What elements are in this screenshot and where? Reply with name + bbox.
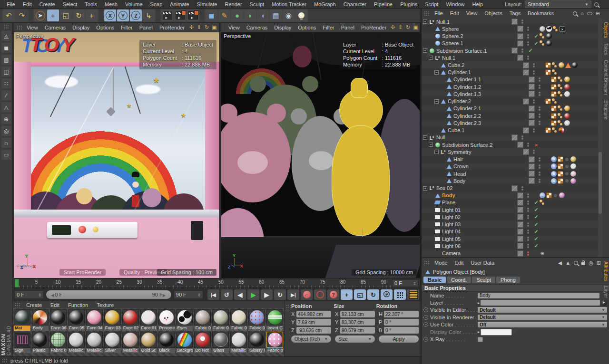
visibility-dots[interactable]	[532, 70, 536, 75]
sds-weight-tag[interactable]: S	[540, 192, 545, 198]
frame-range-slider[interactable]: ◀0 F 90 F▶	[46, 290, 171, 299]
visibility-dots[interactable]	[532, 63, 536, 68]
material-metallic[interactable]: Metallic	[68, 332, 86, 353]
layer-toggle[interactable]	[511, 48, 518, 54]
visibility-dots[interactable]	[538, 91, 541, 96]
material-menu-texture[interactable]: Texture	[93, 302, 118, 308]
material-thumbnail[interactable]	[230, 332, 247, 348]
material-thumbnail[interactable]	[266, 332, 283, 348]
tree-row-cylinder-2[interactable]: −Cylinder.2	[422, 98, 602, 105]
viewport-menu-cameras[interactable]: Cameras	[243, 25, 271, 30]
material-gold-st[interactable]: Gold St	[140, 332, 158, 353]
coord-field-rotation-b[interactable]: 0 °	[384, 327, 419, 334]
uvw-tag[interactable]	[551, 120, 557, 126]
layer-toggle[interactable]	[517, 221, 523, 228]
layer-toggle[interactable]	[529, 156, 535, 163]
tree-row-cylinder-2-1[interactable]: Cylinder.2.1	[422, 105, 602, 112]
viewport-menu-prorender[interactable]: ProRender	[156, 25, 188, 30]
material-glossy-c[interactable]: Glossy C	[248, 332, 266, 353]
phong-tag[interactable]	[558, 84, 563, 90]
tree-row-subdivision-surface-2[interactable]: −Subdivision Surface.2×	[422, 141, 602, 148]
cube-primitive-icon[interactable]: ◼	[206, 10, 217, 21]
material-thumbnail[interactable]	[68, 309, 85, 326]
coord-mode-select[interactable]: Size▼	[335, 335, 375, 343]
record-parameter-button[interactable]: Ⓟ	[381, 289, 393, 300]
material-thumbnail[interactable]	[104, 309, 121, 326]
name-field[interactable]: Body	[478, 293, 599, 298]
visibility-dots[interactable]	[532, 99, 536, 104]
material-menu-create[interactable]: Create	[22, 302, 46, 308]
timeline-playhead[interactable]	[15, 279, 19, 287]
search-icon[interactable]	[574, 261, 578, 265]
phong-tag[interactable]	[558, 113, 563, 119]
uvw-tag[interactable]	[558, 171, 563, 177]
tree-row-sphere-1[interactable]: Sphere.1✓	[422, 40, 602, 47]
phong-tag[interactable]	[558, 120, 563, 126]
uvw-tag[interactable]	[545, 98, 551, 104]
points-mode-button[interactable]: ∷	[1, 78, 11, 88]
material-metallic[interactable]: Metallic	[122, 332, 140, 353]
disabled-tag[interactable]	[565, 179, 569, 182]
layer-toggle[interactable]	[529, 178, 535, 184]
make-editable-button[interactable]: ◬	[1, 31, 11, 41]
rotate-icon[interactable]: ↻	[73, 10, 85, 21]
layer-toggle[interactable]	[517, 26, 523, 32]
tab-basic[interactable]: Basic	[423, 277, 446, 283]
uvw-tag[interactable]	[558, 163, 563, 169]
visibility-dots[interactable]	[538, 178, 541, 183]
material-insert-c[interactable]: Insert C	[266, 309, 284, 331]
layer-toggle[interactable]	[523, 98, 529, 105]
material-thumbnail[interactable]	[248, 309, 265, 326]
viewport-menu-view[interactable]: View	[225, 25, 243, 30]
layer-toggle[interactable]	[529, 91, 535, 97]
visibility-dots[interactable]	[526, 214, 530, 220]
menu-snap[interactable]: Snap	[147, 1, 167, 7]
menu-edit[interactable]: Edit	[19, 1, 36, 7]
redo-icon[interactable]: ↷	[16, 10, 28, 21]
tree-row-null-1[interactable]: −L0Null.1	[422, 54, 602, 61]
material-metallic[interactable]: Metallic	[86, 332, 104, 353]
material-black[interactable]: Black	[158, 332, 176, 353]
tree-row-plane[interactable]: Plane✓	[422, 199, 602, 206]
sds-weight-tag[interactable]: S	[551, 171, 557, 177]
layer-toggle[interactable]	[523, 149, 529, 155]
phong-tag[interactable]	[553, 26, 559, 32]
tab-phong[interactable]: Phong	[496, 277, 520, 283]
material-thumbnail[interactable]	[104, 332, 121, 348]
material-do-not[interactable]: Do Not	[194, 332, 212, 353]
material-tag[interactable]	[564, 120, 570, 126]
viewport-right-canvas[interactable]: Perspective Layer: Base ObjectCurrent Le…	[221, 32, 420, 278]
visibility-dots[interactable]	[526, 55, 530, 60]
tree-row-body[interactable]: BodyS	[422, 177, 602, 184]
end-frame-field[interactable]: 90 F	[174, 290, 203, 299]
tree-row-cylinder-1-1[interactable]: Cylinder.1.1	[422, 76, 602, 83]
tree-row-cube-1[interactable]: Cube.1	[422, 127, 602, 134]
coord-mode-select[interactable]: Object (Rel)▼	[291, 335, 331, 343]
viewport-menu-panel[interactable]: Panel	[338, 25, 358, 30]
layer-toggle[interactable]	[529, 84, 535, 90]
object-menu-bookmarks[interactable]: Bookmarks	[524, 10, 557, 16]
layer-toggle[interactable]	[517, 250, 523, 257]
toggle-view-icon[interactable]: ▣	[211, 24, 217, 30]
z-axis-lock-icon[interactable]: Z	[130, 10, 142, 21]
sds-weight-tag[interactable]: S	[551, 178, 557, 184]
last-tool-icon[interactable]: +	[86, 10, 98, 21]
enable-toggle[interactable]: ✓	[533, 243, 540, 249]
material-thumbnail[interactable]	[32, 309, 49, 326]
menu-plugins[interactable]: Plugins	[396, 1, 421, 7]
attribute-menu-edit[interactable]: Edit	[452, 260, 467, 266]
attribute-menu-mode[interactable]: Mode	[431, 260, 451, 266]
tab-sculpt[interactable]: Sculpt	[472, 277, 495, 283]
menu-window[interactable]: Window	[442, 1, 468, 7]
visibility-dots[interactable]	[526, 193, 530, 198]
uvw-tag[interactable]	[551, 113, 557, 119]
scale-icon[interactable]: ◱	[60, 10, 72, 21]
collapse-icon[interactable]: −	[434, 70, 439, 75]
tree-row-body[interactable]: BodyS	[422, 192, 602, 199]
tab-coord-[interactable]: Coord.	[447, 277, 471, 283]
panel-tab-structure[interactable]: Structure	[603, 100, 609, 120]
path-up-icon[interactable]: ⌂	[580, 10, 584, 16]
viewport-menu-options[interactable]: Options	[93, 25, 118, 30]
material-thumbnail[interactable]	[212, 332, 229, 348]
tree-row-cylinder-1-2[interactable]: Cylinder.1.2	[422, 83, 602, 90]
